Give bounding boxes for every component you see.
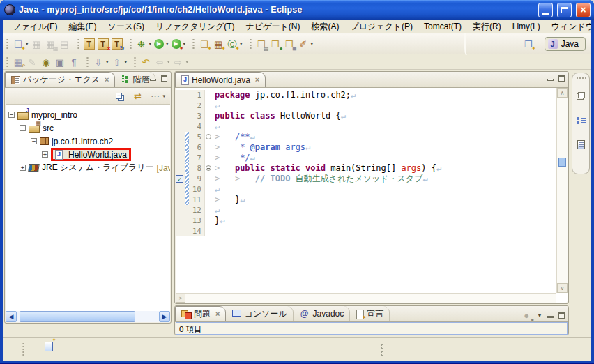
tray-drag-handle[interactable] xyxy=(576,77,586,79)
bottom-tab-1[interactable]: コンソール xyxy=(226,306,293,321)
scroll-down-button[interactable]: ∨ xyxy=(557,283,568,293)
minimize-editor-button[interactable] xyxy=(547,79,554,81)
task-marker-icon[interactable]: ✓ xyxy=(176,175,183,183)
code-text[interactable]: ↵ xyxy=(213,205,220,215)
collapse-toggle-icon[interactable]: − xyxy=(20,125,26,131)
save-button[interactable]: ▦ xyxy=(30,36,44,52)
new-package-button[interactable]: ▦✦ xyxy=(211,36,225,52)
code-text[interactable]: > public static void main(String[] args)… xyxy=(213,163,441,174)
code-text[interactable]: }↵ xyxy=(213,215,224,226)
new-class-dropdown-arrow[interactable]: ▾ xyxy=(240,41,243,47)
collapse-toggle-icon[interactable]: − xyxy=(8,112,15,118)
menu-item-7[interactable]: Tomcat(T) xyxy=(418,20,467,33)
run-dropdown-arrow[interactable]: ▾ xyxy=(166,41,169,47)
tomcat-start-button[interactable]: T xyxy=(82,36,96,52)
highlighter-button[interactable]: ✐▾ xyxy=(296,36,315,52)
toolbar-group-handle[interactable] xyxy=(192,38,195,50)
scroll-thumb[interactable] xyxy=(20,311,135,322)
view-menu-dropdown-arrow[interactable]: ▾ xyxy=(162,93,165,99)
last-edit-location-button[interactable]: ↶ xyxy=(139,56,153,68)
open-archive-button[interactable]: ❒◼ xyxy=(282,36,296,52)
new-wizard-button[interactable]: ❏✦▾ xyxy=(11,36,30,52)
next-annotation-button[interactable]: ⇩▾ xyxy=(91,56,110,68)
close-button[interactable]: × xyxy=(576,3,591,17)
filters-button[interactable]: ●● xyxy=(521,310,532,321)
open-perspective-button[interactable]: ❐✦ xyxy=(521,36,535,52)
maximize-view-button[interactable] xyxy=(161,75,167,82)
code-text[interactable]: package jp.co.f1.intro.ch2;↵ xyxy=(213,90,356,100)
run-last-tool-button[interactable]: ▶●▾ xyxy=(170,36,188,52)
code-text[interactable]: ↵ xyxy=(213,100,220,111)
show-whitespace-button[interactable]: ¶ xyxy=(67,56,81,68)
minimize-button[interactable] xyxy=(538,3,553,17)
toolbar-group-handle[interactable] xyxy=(77,38,79,50)
editor-horizontal-scrollbar[interactable]: < > xyxy=(176,293,556,303)
statusbar-drag-handle[interactable] xyxy=(22,342,24,356)
expand-toggle-icon[interactable]: + xyxy=(42,151,48,158)
open-type-button[interactable]: ▦↶ xyxy=(11,56,25,68)
code-text[interactable]: > > // TODO 自動生成されたメソッド・スタブ↵ xyxy=(213,174,428,184)
menu-item-2[interactable]: ソース(S) xyxy=(102,20,150,34)
code-text[interactable]: > /**↵ xyxy=(213,132,255,142)
editor-vertical-scrollbar[interactable]: ∧ ∨ xyxy=(556,88,568,293)
code-text[interactable]: > }↵ xyxy=(213,195,245,205)
tree-row-src[interactable]: −src xyxy=(6,121,170,135)
open-web-resource-button[interactable]: ❒● xyxy=(268,36,282,52)
bottom-tab-0[interactable]: 問題× xyxy=(175,306,226,321)
view-menu-button[interactable]: ▼ xyxy=(537,312,542,319)
package-explorer-tab-0[interactable]: パッケージ・エクス× xyxy=(5,72,115,87)
code-editor[interactable]: 1package jp.co.f1.intro.ch2;↵2↵3public c… xyxy=(176,88,556,293)
menu-item-4[interactable]: ナビゲート(N) xyxy=(241,20,306,34)
tree-row-jp.co.f1.intro.ch2[interactable]: −jp.co.f1.intro.ch2 xyxy=(6,135,170,148)
menu-item-0[interactable]: ファイル(F) xyxy=(7,20,63,34)
run-last-tool-dropdown-arrow[interactable]: ▾ xyxy=(183,41,186,47)
forward-dropdown-arrow[interactable]: ▾ xyxy=(186,59,189,65)
scroll-left-button[interactable]: ◀ xyxy=(6,311,17,322)
toolbar-group-handle[interactable] xyxy=(134,56,136,68)
package-explorer-tab-close-icon[interactable]: × xyxy=(105,76,109,84)
new-java-project-button[interactable]: ❑✦ xyxy=(197,36,211,52)
editor-tab-close-icon[interactable]: × xyxy=(255,76,259,84)
maximize-button[interactable] xyxy=(557,3,572,17)
menu-item-9[interactable]: Limy(L) xyxy=(507,20,546,33)
collapse-fold-icon[interactable] xyxy=(206,134,211,139)
menu-item-8[interactable]: 実行(R) xyxy=(467,20,507,34)
save-all-button[interactable]: ▦▦ xyxy=(44,36,58,52)
scroll-right-button[interactable]: > xyxy=(176,294,185,303)
maximize-view-button[interactable] xyxy=(558,312,565,319)
minimize-view-button[interactable] xyxy=(150,79,156,81)
prev-annotation-dropdown-arrow[interactable]: ▾ xyxy=(125,59,128,65)
collapse-toggle-icon[interactable]: − xyxy=(31,138,37,144)
minimize-view-button[interactable] xyxy=(547,316,554,318)
bottom-tab-3[interactable]: 宣言 xyxy=(350,306,390,321)
back-dropdown-arrow[interactable]: ▾ xyxy=(167,59,170,65)
link-with-editor-button[interactable]: ⇄ xyxy=(130,90,144,103)
collapse-all-button[interactable]: − xyxy=(113,90,127,103)
fast-view-button[interactable] xyxy=(45,342,53,351)
scroll-track[interactable] xyxy=(17,311,159,322)
menu-item-6[interactable]: プロジェクト(P) xyxy=(344,20,418,34)
code-text[interactable]: public class HelloWorld {↵ xyxy=(213,111,346,121)
scroll-up-button[interactable]: ∧ xyxy=(557,88,568,98)
forward-button[interactable]: ⇨▾ xyxy=(172,56,190,68)
editor-vscroll-thumb[interactable] xyxy=(558,158,566,167)
toolbar-group-handle[interactable] xyxy=(250,38,252,50)
outline-view-button[interactable] xyxy=(574,112,588,128)
debug-button[interactable]: ❉▾ xyxy=(135,36,153,52)
toolbar-group-handle[interactable] xyxy=(6,38,8,50)
view-menu-button[interactable]: ⋯▾ xyxy=(148,90,167,103)
expand-toggle-icon[interactable]: + xyxy=(20,165,26,171)
next-annotation-dropdown-arrow[interactable]: ▾ xyxy=(106,59,109,65)
tree-row-HelloWorld.java[interactable]: +JHelloWorld.java xyxy=(6,148,170,161)
debug-dropdown-arrow[interactable]: ▾ xyxy=(149,41,152,47)
menu-item-10[interactable]: ウィンドウ(W) xyxy=(546,20,591,34)
templates-view-button[interactable] xyxy=(574,136,588,153)
maximize-editor-button[interactable] xyxy=(558,75,565,82)
code-text[interactable] xyxy=(213,226,215,236)
toolbar-group-handle[interactable] xyxy=(130,38,132,50)
menu-item-1[interactable]: 編集(E) xyxy=(63,20,102,34)
new-wizard-dropdown-arrow[interactable]: ▾ xyxy=(26,41,29,47)
prev-annotation-button[interactable]: ⇧▾ xyxy=(110,56,129,68)
editor-tab-0[interactable]: JHelloWorld.java× xyxy=(175,72,266,87)
title-bar[interactable]: Java - myproj_intro/src/jp/co/f1/intro/c… xyxy=(0,0,594,20)
